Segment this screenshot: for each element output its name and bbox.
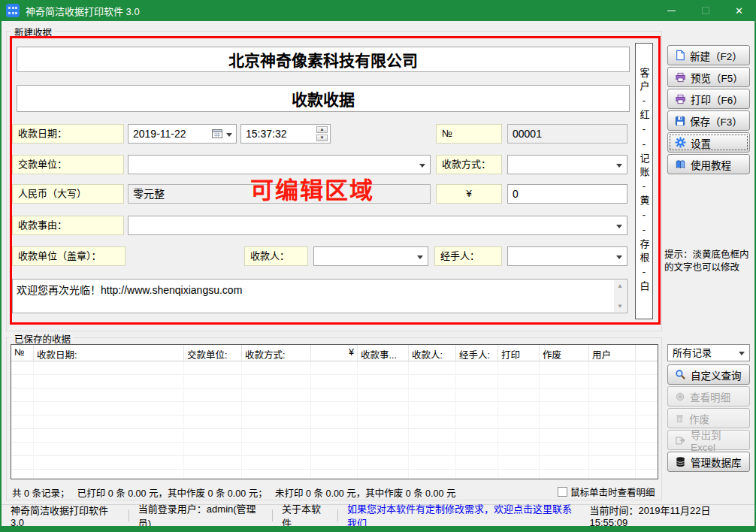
company-name-field[interactable]: 北京神奇像素科技有限公司	[17, 47, 630, 72]
book-icon	[675, 159, 686, 170]
records-table[interactable]: № 收款日期: 交款单位: 收款方式: ¥ 收款事... 收款人: 经手人: 打…	[11, 344, 658, 479]
tutorial-button[interactable]: 使用教程	[667, 154, 750, 174]
void-button-label: 作废	[689, 411, 709, 426]
search-icon	[675, 369, 686, 380]
table-header-cell[interactable]: 作废	[540, 345, 589, 361]
handler-combo[interactable]	[507, 246, 627, 266]
tip-text: 提示：淡黄底色框内的文字也可以修改	[664, 249, 754, 274]
calendar-icon	[212, 128, 222, 139]
note-textarea[interactable]: 欢迎您再次光临！http://www.shenqixiangsu.com ▲ ▼	[12, 279, 627, 313]
save-button-label: 保存（F3）	[690, 113, 742, 128]
table-header-cell[interactable]: №	[11, 345, 34, 361]
spinner-up-icon[interactable]: ▲	[316, 126, 328, 133]
date-dropdown-icon[interactable]	[226, 133, 232, 137]
window-border-bottom	[0, 526, 756, 532]
export-excel-button[interactable]: 导出到Excel	[667, 430, 750, 450]
status-app-name: 神奇简洁收据打印软件 3.0	[2, 503, 129, 528]
window-border-left	[0, 21, 2, 526]
preview-button[interactable]: 预览（F5）	[667, 67, 750, 87]
payee-label[interactable]: 收款人：	[244, 246, 308, 266]
manage-db-button-label: 管理数据库	[691, 455, 742, 470]
table-header-cell[interactable]: 打印	[498, 345, 540, 361]
filter-combo[interactable]: 所有记录	[667, 344, 750, 361]
app-icon	[6, 4, 20, 17]
settings-button[interactable]: 设置	[667, 132, 750, 153]
combo-arrow-icon[interactable]	[417, 255, 423, 259]
note-scrollbar[interactable]: ▲ ▼	[614, 280, 626, 312]
date-picker[interactable]: 2019-11-22	[128, 124, 237, 144]
export-excel-button-label: 导出到Excel	[691, 427, 742, 453]
view-details-icon	[675, 391, 685, 402]
table-header-cell[interactable]: ¥	[311, 345, 358, 361]
view-details-button[interactable]: 查看明细	[667, 386, 750, 407]
close-icon: ✕	[735, 5, 743, 17]
maximize-button[interactable]	[688, 0, 722, 21]
table-header-cell[interactable]: 收款人:	[409, 345, 456, 361]
new-button-label: 新建（F2）	[690, 48, 742, 63]
save-button[interactable]: 保存（F3）	[667, 110, 750, 131]
details-checkbox-label: 鼠标单击时查看明细	[570, 485, 655, 499]
combo-arrow-icon[interactable]	[616, 164, 622, 168]
settings-button-label: 设置	[691, 135, 711, 150]
window-title: 神奇简洁收据打印软件 3.0	[26, 4, 140, 18]
table-header-cell[interactable]: 经手人:	[456, 345, 498, 361]
table-header-cell[interactable]: 收款事...	[358, 345, 409, 361]
void-button[interactable]: 作废	[667, 408, 750, 428]
table-header-cell[interactable]: 收款日期:	[34, 345, 184, 361]
table-header-cell[interactable]: 交款单位:	[184, 345, 242, 361]
combo-arrow-icon[interactable]	[419, 164, 425, 168]
details-checkbox[interactable]	[558, 487, 567, 497]
new-button[interactable]: 新建（F2）	[667, 45, 750, 65]
scroll-up-icon[interactable]: ▲	[614, 280, 626, 292]
reason-label[interactable]: 收款事由：	[12, 216, 124, 235]
window-titlebar: 神奇简洁收据打印软件 3.0 ✕	[0, 0, 756, 21]
summary-text: 共 0 条记录； 已打印 0 条 0.00 元，其中作废 0 条 0.00 元；…	[12, 485, 455, 500]
yen-label[interactable]: ¥	[436, 184, 502, 204]
combo-arrow-icon[interactable]	[616, 225, 622, 228]
minimize-button[interactable]	[655, 0, 688, 21]
receipt-title-field[interactable]: 收款收据	[17, 85, 630, 112]
combo-arrow-icon[interactable]	[739, 352, 745, 355]
filter-value: 所有记录	[673, 347, 712, 358]
scroll-down-icon[interactable]: ▼	[614, 301, 626, 312]
gear-icon	[675, 137, 686, 148]
table-header-cell[interactable]: 收款方式:	[242, 345, 311, 361]
close-button[interactable]: ✕	[722, 0, 756, 21]
statusbar: 神奇简洁收据打印软件 3.0 当前登录用户：admin(管理员) 关于本软件 如…	[2, 505, 754, 526]
no-field: 00001	[507, 124, 627, 144]
view-details-button-label: 查看明细	[690, 389, 730, 404]
amount-field[interactable]: 0	[507, 184, 627, 204]
editable-area-watermark: 可编辑区域	[250, 171, 374, 205]
payer-label[interactable]: 交款单位：	[12, 155, 124, 174]
spinner-down-icon[interactable]: ▼	[316, 135, 328, 141]
note-text: 欢迎您再次光临！http://www.shenqixiangsu.com	[17, 284, 242, 296]
time-value: 15:37:32	[246, 128, 287, 140]
rmb-label[interactable]: 人民币（大写）	[12, 184, 124, 204]
preview-printer-icon	[675, 72, 686, 83]
table-header-cell[interactable]: 用户	[589, 345, 636, 361]
time-spinner[interactable]: 15:37:32 ▲ ▼	[240, 124, 331, 144]
print-button-label: 打印（F6）	[691, 92, 742, 107]
combo-arrow-icon[interactable]	[616, 255, 622, 259]
new-page-icon	[675, 50, 685, 61]
manage-db-button[interactable]: 管理数据库	[667, 452, 750, 472]
preview-button-label: 预览（F5）	[691, 70, 742, 85]
reason-combo[interactable]	[128, 216, 627, 235]
no-label[interactable]: №	[436, 124, 502, 144]
handler-label[interactable]: 经手人：	[434, 246, 502, 266]
tutorial-button-label: 使用教程	[691, 157, 731, 172]
print-button[interactable]: 打印（F6）	[667, 89, 750, 109]
maximize-icon	[702, 7, 709, 14]
stamp-label[interactable]: 收款单位（盖章）：	[12, 246, 125, 266]
method-combo[interactable]	[507, 155, 627, 174]
copy-color-strip: 客户-红--记账-黄--存根-白	[635, 43, 653, 319]
payee-combo[interactable]	[313, 246, 428, 266]
custom-query-button[interactable]: 自定义查询	[667, 364, 750, 385]
date-label[interactable]: 收款日期：	[12, 124, 124, 144]
method-label[interactable]: 收款方式：	[436, 155, 502, 174]
status-time: 当前时间：2019年11月22日 15:55:09	[590, 503, 754, 528]
trash-icon	[675, 413, 685, 424]
table-header-row: № 收款日期: 交款单位: 收款方式: ¥ 收款事... 收款人: 经手人: 打…	[11, 345, 658, 361]
table-body[interactable]	[11, 361, 658, 479]
database-icon	[675, 456, 686, 467]
